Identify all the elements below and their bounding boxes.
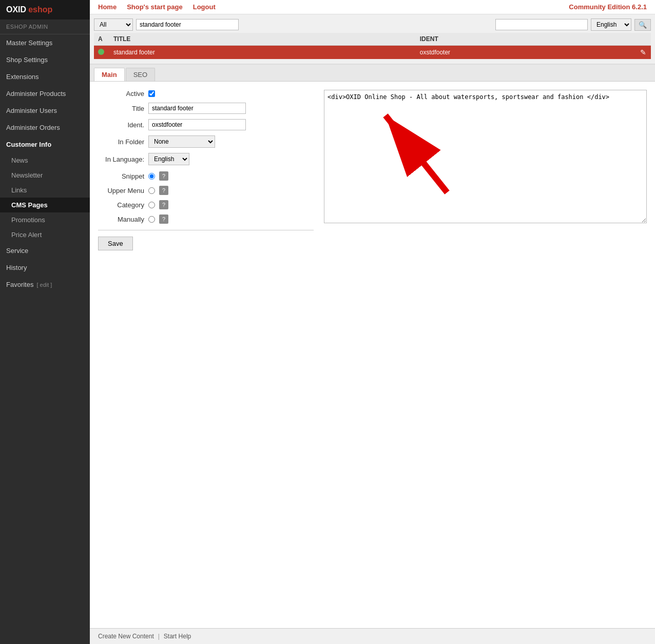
- sidebar-subitem-news[interactable]: News: [0, 153, 90, 168]
- favorites-label: Favorites: [6, 281, 33, 288]
- footer-separator: |: [158, 633, 160, 640]
- row-ident: oxstdfooter: [416, 46, 635, 60]
- logo-eshop: eshop: [28, 5, 52, 14]
- filter-select[interactable]: All Active Inactive: [94, 18, 133, 31]
- detail-area: Main SEO Active Title: [90, 65, 655, 628]
- list-table: A TITLE IDENT standard footer oxstdfoote…: [94, 33, 651, 60]
- sidebar-item-service[interactable]: Service: [0, 242, 90, 259]
- top-nav-links: Home Shop's start page Logout: [98, 3, 216, 11]
- favorites-edit[interactable]: [ edit ]: [36, 282, 52, 288]
- sidebar-subitem-promotions[interactable]: Promotions: [0, 212, 90, 227]
- form-row-snippet: Snippet ?: [98, 171, 314, 181]
- list-area: All Active Inactive English Deutsch 🔍: [90, 14, 655, 65]
- active-checkbox[interactable]: [148, 90, 155, 97]
- category-label: Category: [98, 201, 144, 209]
- sidebar-item-administer-products[interactable]: Administer Products: [0, 85, 90, 102]
- start-help-link[interactable]: Start Help: [164, 633, 191, 640]
- top-nav: Home Shop's start page Logout Community …: [90, 0, 655, 14]
- search-button[interactable]: 🔍: [634, 19, 651, 31]
- sidebar-item-administer-users[interactable]: Administer Users: [0, 102, 90, 119]
- form-row-language: In Language: English Deutsch: [98, 153, 314, 165]
- in-language-label: In Language:: [98, 155, 144, 163]
- edit-icon[interactable]: ✎: [640, 48, 646, 56]
- form-row-ident: Ident.: [98, 119, 314, 130]
- title-label: Title: [98, 105, 144, 112]
- col-header-title[interactable]: TITLE: [109, 33, 416, 46]
- search-input[interactable]: [136, 19, 239, 30]
- sidebar-item-administer-orders[interactable]: Administer Orders: [0, 119, 90, 136]
- logo: OXID eshop: [0, 0, 90, 19]
- sidebar-subitem-newsletter[interactable]: Newsletter: [0, 168, 90, 183]
- sidebar-subitem-price-alert[interactable]: Price Alert: [0, 227, 90, 242]
- top-nav-right: Community Edition 6.2.1: [569, 3, 647, 11]
- folder-label: In Folder: [98, 138, 144, 146]
- form-row-category: Category ?: [98, 200, 314, 209]
- snippet-help[interactable]: ?: [159, 171, 168, 181]
- admin-label: ESHOP ADMIN: [0, 19, 90, 34]
- form-row-upper-menu: Upper Menu ?: [98, 186, 314, 195]
- row-active: [94, 46, 109, 60]
- row-title[interactable]: standard footer: [109, 46, 416, 60]
- upper-menu-help[interactable]: ?: [159, 186, 168, 195]
- sidebar-item-master-settings[interactable]: Master Settings: [0, 34, 90, 51]
- language-select[interactable]: English Deutsch: [148, 153, 189, 165]
- tab-seo[interactable]: SEO: [126, 68, 155, 81]
- sidebar-item-customer-info[interactable]: Customer Info: [0, 136, 90, 153]
- content-textarea[interactable]: [324, 90, 647, 223]
- ident-input[interactable]: [148, 119, 246, 130]
- favorites-row: Favorites [ edit ]: [0, 276, 90, 293]
- category-radio[interactable]: [148, 202, 155, 208]
- folder-select[interactable]: None: [148, 135, 215, 148]
- radio-groups: Snippet ? Upper Menu ? Category: [98, 171, 314, 224]
- create-new-link[interactable]: Create New Content: [98, 633, 154, 640]
- list-toolbar-right: English Deutsch 🔍: [495, 18, 651, 31]
- category-help[interactable]: ?: [159, 200, 168, 209]
- sidebar-subitem-links[interactable]: Links: [0, 183, 90, 198]
- sidebar-item-shop-settings[interactable]: Shop Settings: [0, 51, 90, 68]
- snippet-label: Snippet: [98, 172, 144, 180]
- detail-tabs: Main SEO: [90, 65, 655, 82]
- manually-radio[interactable]: [148, 216, 155, 223]
- nav-shop-start[interactable]: Shop's start page: [127, 3, 183, 11]
- form-row-folder: In Folder None: [98, 135, 314, 148]
- search-secondary-input[interactable]: [495, 19, 588, 30]
- tab-main[interactable]: Main: [94, 68, 125, 81]
- snippet-radio[interactable]: [148, 173, 155, 180]
- form-left: Active Title Ident. In Fol: [98, 90, 314, 250]
- form-row-title: Title: [98, 103, 314, 114]
- active-label: Active: [98, 90, 144, 97]
- ident-label: Ident.: [98, 121, 144, 129]
- manually-help[interactable]: ?: [159, 214, 168, 224]
- title-input[interactable]: [148, 103, 246, 114]
- main-content: Home Shop's start page Logout Community …: [90, 0, 655, 644]
- manually-label: Manually: [98, 216, 144, 223]
- save-button[interactable]: Save: [98, 237, 133, 250]
- col-header-ident[interactable]: IDENT: [416, 33, 635, 46]
- logo-oxid: OXID: [6, 5, 26, 14]
- col-header-a: A: [94, 33, 109, 46]
- form-row-manually: Manually ?: [98, 214, 314, 224]
- list-toolbar: All Active Inactive English Deutsch 🔍: [94, 18, 651, 31]
- form-right: [324, 90, 647, 250]
- detail-form: Active Title Ident. In Fol: [90, 82, 655, 259]
- table-row[interactable]: standard footer oxstdfooter ✎: [94, 46, 651, 60]
- form-divider: [98, 230, 314, 230]
- sidebar: OXID eshop ESHOP ADMIN Master Settings S…: [0, 0, 90, 644]
- lang-select[interactable]: English Deutsch: [591, 18, 631, 31]
- nav-home[interactable]: Home: [98, 3, 117, 11]
- upper-menu-label: Upper Menu: [98, 187, 144, 194]
- col-header-action: [635, 33, 651, 46]
- upper-menu-radio[interactable]: [148, 187, 155, 194]
- sidebar-item-extensions[interactable]: Extensions: [0, 68, 90, 85]
- nav-logout[interactable]: Logout: [193, 3, 216, 11]
- sidebar-item-history[interactable]: History: [0, 259, 90, 276]
- form-row-active: Active: [98, 90, 314, 97]
- page-footer: Create New Content | Start Help: [90, 628, 655, 644]
- active-dot: [98, 49, 104, 55]
- row-edit[interactable]: ✎: [635, 46, 651, 60]
- edition-label: Community Edition 6.2.1: [569, 3, 647, 11]
- sidebar-subitem-cms-pages[interactable]: CMS Pages: [0, 198, 90, 212]
